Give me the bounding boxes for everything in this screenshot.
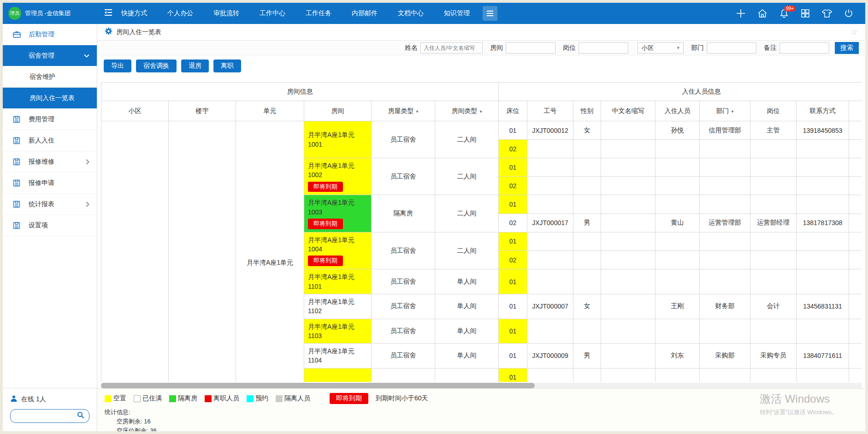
- phone-cell: [797, 140, 849, 158]
- bed-cell[interactable]: 01: [499, 269, 527, 294]
- sidebar-item-后勤管理[interactable]: 后勤管理: [3, 24, 97, 45]
- topbar-menu-item[interactable]: 审批流转: [213, 9, 239, 18]
- room-cell[interactable]: 月半湾A座1单元1002即将到期: [304, 158, 372, 195]
- room-cell[interactable]: 月半湾A座1单元1004即将到期: [304, 232, 372, 269]
- sidebar-item-房间入住一览表[interactable]: 房间入住一览表: [3, 88, 97, 109]
- sidebar-search-input[interactable]: [15, 413, 77, 420]
- community-filter-select[interactable]: 小区 ▾: [638, 42, 684, 54]
- room-cell[interactable]: 月半湾A座1单元1001: [304, 121, 372, 158]
- topbar-menu-item[interactable]: 内部邮件: [352, 9, 378, 18]
- post-filter-input[interactable]: [579, 42, 628, 54]
- bed-cell[interactable]: 02: [499, 251, 527, 269]
- legend-label: 离职人员: [213, 394, 239, 403]
- sidebar-search-box: [10, 409, 89, 423]
- scrollbar-thumb[interactable]: [101, 383, 535, 388]
- column-header-label: 房屋类型: [388, 107, 413, 114]
- bed-cell[interactable]: 01: [499, 195, 527, 214]
- dept-filter-input[interactable]: [707, 42, 756, 54]
- remark-filter-input[interactable]: [779, 42, 829, 54]
- sidebar-item-新人入住[interactable]: 新人入住: [3, 130, 97, 151]
- column-filter-caret-icon[interactable]: ▾: [731, 109, 733, 114]
- bed-cell[interactable]: 01: [499, 319, 527, 344]
- bed-cell[interactable]: 01: [499, 344, 527, 369]
- toolbar-button-导出[interactable]: 导出: [104, 59, 131, 72]
- topbar-menu-item[interactable]: 文档中心: [398, 9, 424, 18]
- avatar[interactable]: 理员: [8, 7, 21, 20]
- online-status: 在线 1人: [10, 395, 89, 404]
- sidebar-item-宿舍维护[interactable]: 宿舍维护: [3, 66, 97, 88]
- bed-cell[interactable]: 02: [499, 140, 527, 158]
- topbar-user-area[interactable]: 理员 管理员 -金信集团: [3, 7, 97, 20]
- gear-icon[interactable]: [105, 27, 112, 37]
- apps-grid-icon[interactable]: [801, 9, 810, 18]
- bed-cell[interactable]: 01: [499, 294, 527, 319]
- room-cell[interactable]: 月半湾A座1单元1104: [304, 344, 372, 369]
- checkin-cell: [849, 158, 862, 177]
- room-filter-label: 房间: [490, 44, 503, 52]
- topbar-menu-item[interactable]: 工作中心: [260, 9, 285, 18]
- name-filter-input[interactable]: [420, 42, 483, 54]
- horizontal-scrollbar[interactable]: [101, 383, 862, 388]
- room-cell[interactable]: 月半湾A座1单元1003即将到期: [304, 195, 372, 232]
- toolbar-button-宿舍调换[interactable]: 宿舍调换: [136, 59, 177, 72]
- emp-id-cell: JXJT000007: [527, 294, 573, 319]
- theme-shirt-icon[interactable]: [822, 9, 832, 18]
- room-cell[interactable]: 月半湾A座1单元1103: [304, 319, 372, 344]
- house-type-cell: 员工宿舍: [372, 294, 435, 319]
- search-icon[interactable]: [77, 411, 84, 421]
- column-header-岗位: 岗位: [750, 101, 797, 121]
- bed-cell[interactable]: 02: [499, 177, 527, 195]
- notifications-bell-icon[interactable]: 99+: [779, 9, 789, 18]
- collapse-sidebar-icon[interactable]: [104, 8, 113, 18]
- bed-cell[interactable]: 01: [499, 158, 527, 177]
- sidebar-item-宿舍管理[interactable]: 宿舍管理: [3, 45, 97, 66]
- toolbar-button-离职[interactable]: 离职: [213, 59, 241, 72]
- topbar-menu-item[interactable]: 工作任务: [306, 9, 331, 18]
- occupancy-table-wrap: 房间信息入住人员信息小区楼宇单元房间房屋类型▾房间类型▾床位工号性别中文名缩写入…: [101, 82, 862, 382]
- topbar-menu-item[interactable]: 知识管理: [444, 9, 470, 18]
- room-cell[interactable]: 月半湾A座1单元: [304, 368, 372, 382]
- more-menus-icon[interactable]: [483, 6, 497, 21]
- search-button[interactable]: 搜索: [835, 42, 859, 54]
- checkin-cell: [849, 368, 862, 382]
- topbar-menu-item[interactable]: 个人办公: [167, 9, 193, 18]
- bed-cell[interactable]: 01: [499, 368, 527, 382]
- legend-expiring-badge: 即将到期: [330, 393, 368, 404]
- phone-cell: 13456831131: [797, 294, 849, 319]
- bed-cell[interactable]: 01: [499, 121, 527, 140]
- sidebar-item-统计报表[interactable]: 统计报表: [3, 194, 97, 215]
- emp-id-cell: [527, 232, 573, 250]
- home-icon[interactable]: [757, 9, 768, 18]
- room-filter-input[interactable]: [506, 42, 555, 54]
- community-filter-value: 小区: [642, 44, 654, 52]
- favorite-star-icon[interactable]: ☆: [851, 27, 858, 37]
- column-header-中文名缩写: 中文名缩写: [601, 101, 655, 121]
- dept-cell: [700, 232, 750, 250]
- post-cell: [750, 140, 797, 158]
- add-icon[interactable]: [736, 9, 745, 18]
- emp-id-cell: JXJT000009: [527, 344, 573, 369]
- sidebar-item-设置项[interactable]: 设置项: [3, 215, 97, 236]
- post-cell: 运营部经理: [750, 214, 797, 232]
- column-header-工号: 工号: [527, 101, 573, 121]
- emp-id-cell: [527, 368, 573, 382]
- room-cell[interactable]: 月半湾A座1单元1102: [304, 294, 372, 319]
- toolbar-button-退房[interactable]: 退房: [181, 59, 209, 72]
- column-filter-caret-icon[interactable]: ▾: [479, 109, 482, 114]
- bed-cell[interactable]: 02: [499, 214, 527, 232]
- column-header-label: 床位: [507, 107, 520, 114]
- topbar-menus: 快捷方式个人办公审批流转工作中心工作任务内部邮件文档中心知识管理: [121, 9, 470, 18]
- emp-id-cell: JXJT000012: [527, 121, 573, 140]
- power-icon[interactable]: [844, 9, 853, 18]
- room-cell[interactable]: 月半湾A座1单元1101: [304, 269, 372, 294]
- bed-cell[interactable]: 01: [499, 232, 527, 250]
- sidebar-item-费用管理[interactable]: 费用管理: [3, 109, 97, 130]
- topbar-menu-item[interactable]: 快捷方式: [121, 9, 147, 18]
- abbr-cell: [601, 177, 655, 195]
- dept-cell: [700, 158, 750, 177]
- sidebar-item-报修申请[interactable]: 报修申请: [3, 172, 97, 194]
- post-cell: [750, 177, 797, 195]
- sidebar-item-报修维修[interactable]: 报修维修: [3, 151, 97, 172]
- sidebar-item-label: 报修申请: [29, 179, 54, 187]
- column-filter-caret-icon[interactable]: ▾: [416, 109, 418, 114]
